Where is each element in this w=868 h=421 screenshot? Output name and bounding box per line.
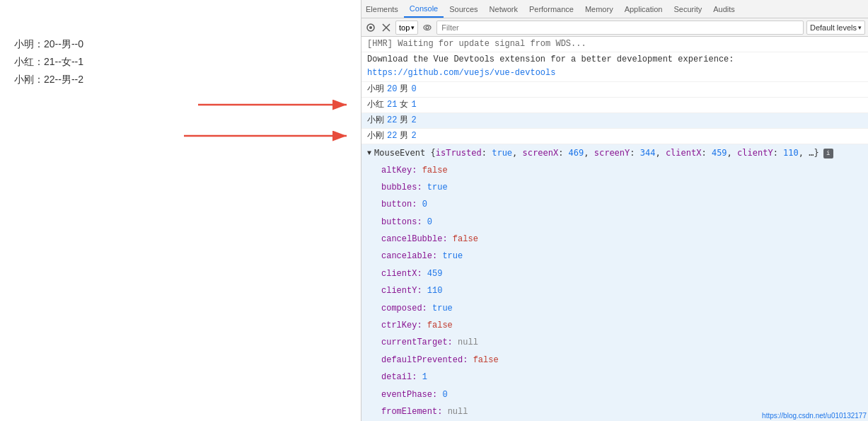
log-levels-selector[interactable]: Default levels ▾ (806, 21, 865, 35)
mouse-event-header[interactable]: ▼ MouseEvent {isTrusted: true, screenX: … (367, 146, 833, 160)
devtools-panel: Elements Console Sources Network Perform… (361, 0, 868, 421)
console-line-xiaoming: 小明 20 男 0 (361, 82, 868, 98)
prop-button: button: 0 (367, 197, 427, 212)
console-line-download: Download the Vue Devtools extension for … (361, 52, 868, 81)
devtools-toolbar: top ▾ Default levels ▾ (361, 18, 868, 37)
mouse-event-header-text: MouseEvent {isTrusted: true, screenX: 46… (374, 146, 819, 160)
tab-audits[interactable]: Audits (707, 0, 741, 18)
console-line-mouse-event: ▼ MouseEvent {isTrusted: true, screenX: … (361, 144, 868, 421)
prop-detail: detail: 1 (367, 370, 427, 384)
chevron-down-icon-levels: ▾ (858, 24, 862, 31)
live-expressions-icon[interactable] (421, 21, 434, 34)
tab-security[interactable]: Security (668, 0, 707, 18)
tab-elements[interactable]: Elements (361, 0, 404, 18)
devtools-nav: Elements Console Sources Network Perform… (361, 0, 868, 18)
prop-fromElement: fromElement: null (367, 405, 468, 419)
tab-console[interactable]: Console (404, 0, 444, 18)
prop-bubbles: bubbles: true (367, 180, 448, 195)
prop-clientY: clientY: 110 (367, 284, 442, 298)
list-item-2: 小红：21--女--1 (14, 53, 347, 71)
console-line-xiaogang-1: 小刚 22 男 2 (361, 113, 868, 129)
download-text: Download the Vue Devtools extension for … (367, 53, 734, 80)
tab-sources[interactable]: Sources (444, 0, 483, 18)
context-selector[interactable]: top ▾ (395, 21, 418, 35)
prop-altKey: altKey: false (367, 163, 448, 178)
prop-composed: composed: true (367, 301, 453, 316)
list-item-3: 小刚：22--男--2 (14, 71, 347, 88)
console-line-xiaogang-2: 小刚 22 男 2 (361, 129, 868, 144)
prop-defaultPrevented: defaultPrevented: false (367, 353, 499, 367)
tab-performance[interactable]: Performance (523, 0, 579, 18)
context-value: top (399, 23, 410, 32)
prop-buttons: buttons: 0 (367, 215, 432, 229)
log-levels-label: Default levels (810, 23, 857, 32)
prop-currentTarget: currentTarget: null (367, 335, 478, 350)
hmr-text: [HMR] Waiting for update signal from WDS… (367, 38, 586, 51)
watermark: https://blog.csdn.net/u010132177 (762, 412, 867, 420)
app-panel: 小明：20--男--0 小红：21--女--1 小刚：22--男--2 (0, 0, 361, 421)
copy-object-icon[interactable]: i (823, 149, 833, 158)
prop-eventPhase: eventPhase: 0 (367, 388, 448, 402)
tab-memory[interactable]: Memory (579, 0, 619, 18)
filter-input[interactable] (436, 21, 804, 35)
expand-arrow-icon: ▼ (367, 148, 373, 159)
clear-console-icon[interactable] (380, 21, 393, 34)
console-line-hmr: [HMR] Waiting for update signal from WDS… (361, 37, 868, 52)
console-output[interactable]: [HMR] Waiting for update signal from WDS… (361, 37, 868, 421)
svg-point-9 (426, 26, 429, 29)
vue-devtools-link[interactable]: https://github.com/vuejs/vue-devtools (367, 68, 555, 78)
list-item-1: 小明：20--男--0 (14, 35, 347, 53)
prop-cancelBubble: cancelBubble: false (367, 232, 478, 246)
tab-application[interactable]: Application (619, 0, 669, 18)
prop-ctrlKey: ctrlKey: false (367, 318, 453, 333)
prop-cancelable: cancelable: true (367, 249, 463, 263)
chevron-down-icon: ▾ (411, 24, 415, 31)
tab-network[interactable]: Network (484, 0, 523, 18)
console-line-xiaohong: 小红 21 女 1 (361, 98, 868, 113)
stop-recording-icon[interactable] (364, 21, 377, 34)
svg-point-5 (369, 26, 372, 29)
prop-clientX: clientX: 459 (367, 267, 442, 281)
